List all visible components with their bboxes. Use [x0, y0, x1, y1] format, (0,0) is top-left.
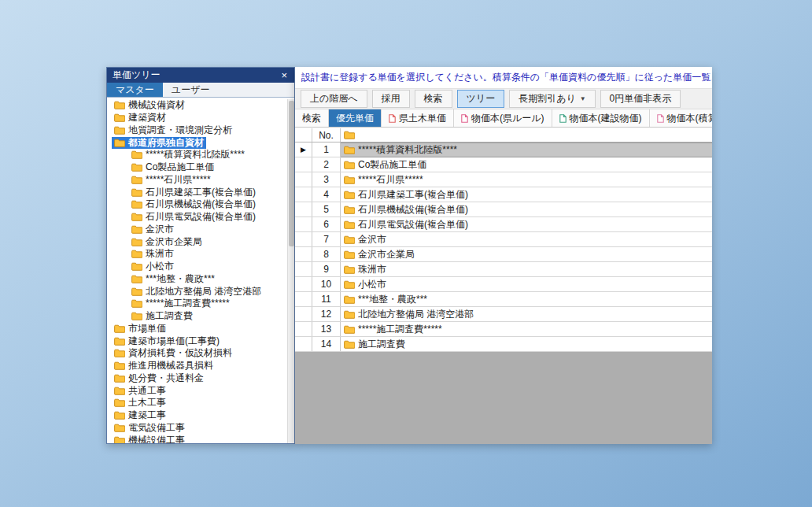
tree-item[interactable]: 推進用機械器具損料 — [107, 360, 287, 372]
row-content[interactable]: 施工調査費 — [341, 337, 712, 351]
toolbar-button[interactable]: 上の階層へ — [301, 90, 367, 108]
tree-item[interactable]: 金沢市企業局 — [107, 235, 287, 248]
document-icon — [389, 114, 396, 123]
row-selector-cell[interactable] — [295, 262, 312, 276]
table-row[interactable]: 5石川県機械設備(複合単価) — [295, 202, 712, 217]
tree-item[interactable]: ***地整・農政*** — [107, 273, 287, 286]
row-selector-cell[interactable] — [295, 247, 312, 261]
table-row[interactable]: 4石川県建築工事(複合単価) — [295, 187, 712, 202]
tree-item[interactable]: 市場単価 — [107, 323, 287, 335]
tree-item[interactable]: 処分費・共通料金 — [107, 372, 287, 385]
row-content[interactable]: *****石川県***** — [341, 172, 712, 187]
tree-item[interactable]: 北陸地方整備局 港湾空港部 — [107, 285, 287, 298]
toolbar-button[interactable]: 採用 — [372, 90, 410, 108]
tree-item[interactable]: 共通工事 — [107, 384, 287, 397]
tree-item[interactable]: 都道府県独自資材 — [107, 136, 287, 149]
row-selector-cell[interactable] — [295, 187, 312, 202]
table-row[interactable]: 7金沢市 — [295, 232, 712, 247]
table-row[interactable]: 6石川県電気設備(複合単価) — [295, 217, 712, 232]
tree-scrollbar[interactable] — [287, 99, 294, 443]
row-content[interactable]: 石川県建築工事(複合単価) — [341, 187, 712, 202]
row-content[interactable]: 金沢市 — [341, 232, 712, 246]
toolbar-button[interactable]: 検索 — [415, 90, 452, 108]
row-content[interactable]: 珠洲市 — [341, 262, 712, 276]
close-icon[interactable]: × — [279, 70, 289, 80]
table-row[interactable]: 9珠洲市 — [295, 262, 712, 277]
filter-tab[interactable]: 物価本(建設物価) — [552, 109, 650, 127]
filter-tab[interactable]: 優先単価 — [329, 109, 382, 127]
row-content[interactable]: 石川県機械設備(複合単価) — [341, 202, 712, 216]
row-content[interactable]: Co製品施工単価 — [341, 157, 712, 172]
table-row[interactable]: 13*****施工調査費***** — [295, 322, 712, 337]
table-row[interactable]: 2Co製品施工単価 — [295, 157, 712, 172]
tree-item[interactable]: Co製品施工単価 — [107, 161, 287, 174]
scrollbar-thumb[interactable] — [289, 101, 294, 246]
tab-user[interactable]: ユーザー — [163, 83, 219, 97]
folder-icon — [114, 337, 125, 346]
table-row[interactable]: 12北陸地方整備局 港湾空港部 — [295, 307, 712, 322]
table-row[interactable]: ▶1*****積算資料北陸版**** — [295, 142, 712, 157]
row-selector-cell[interactable] — [295, 337, 312, 351]
tree-item[interactable]: 小松市 — [107, 261, 287, 273]
tree-item[interactable]: 機械設備工事 — [107, 434, 287, 443]
row-selector-cell[interactable] — [295, 172, 312, 187]
row-selector-cell[interactable] — [295, 322, 312, 336]
tree-item[interactable]: 建築資材 — [107, 112, 287, 124]
folder-icon — [114, 374, 125, 383]
tree-item[interactable]: 資材損耗費・仮設材損料 — [107, 347, 287, 360]
table-header: No. — [295, 128, 712, 142]
tree-item[interactable]: 石川県電気設備(複合単価) — [107, 211, 287, 224]
tree-item[interactable]: 金沢市 — [107, 224, 287, 236]
row-content[interactable]: 金沢市企業局 — [341, 247, 712, 261]
folder-icon — [114, 139, 125, 147]
row-selector-cell[interactable] — [295, 217, 312, 231]
tree-item[interactable]: 建築市場単価(工事費) — [107, 335, 287, 347]
tree-item-label: 金沢市 — [146, 223, 174, 236]
row-content[interactable]: ***地整・農政*** — [341, 292, 712, 306]
row-content[interactable]: 小松市 — [341, 277, 712, 291]
desktop-background: 単価ツリー × マスターユーザー 機械設備資材建築資材地質調査・環境測定分析都道… — [0, 0, 812, 507]
tree-item[interactable]: *****石川県***** — [107, 174, 287, 187]
tree-item[interactable]: 建築工事 — [107, 409, 287, 422]
folder-icon — [344, 161, 355, 169]
tree-item[interactable]: 地質調査・環境測定分析 — [107, 124, 287, 137]
row-content[interactable]: 北陸地方整備局 港湾空港部 — [341, 307, 712, 321]
tree-item[interactable]: 電気設備工事 — [107, 422, 287, 435]
table-row[interactable]: 3*****石川県***** — [295, 172, 712, 187]
filter-tab-label: 物価本(建設物価) — [570, 112, 642, 125]
row-content[interactable]: *****施工調査費***** — [341, 322, 712, 336]
tree-item[interactable]: 施工調査費 — [107, 310, 287, 323]
unit-price-table: No. ▶1*****積算資料北陸版****2Co製品施工単価3*****石川県… — [295, 128, 712, 444]
tree-item[interactable]: *****施工調査費***** — [107, 298, 287, 310]
row-selector-cell[interactable] — [295, 292, 312, 306]
row-selector-cell[interactable] — [295, 232, 312, 246]
table-row[interactable]: 11***地整・農政*** — [295, 292, 712, 307]
tree-window-titlebar[interactable]: 単価ツリー × — [107, 68, 294, 83]
row-selector-cell[interactable]: ▶ — [295, 142, 312, 157]
tab-master[interactable]: マスター — [107, 83, 163, 97]
row-selector-cell[interactable] — [295, 202, 312, 216]
row-selector-cell[interactable] — [295, 157, 312, 172]
toolbar-button[interactable]: ツリー — [457, 90, 505, 108]
filter-tab[interactable]: 検索 — [295, 109, 329, 127]
toolbar-button[interactable]: 長期割引あり▼ — [509, 90, 595, 108]
tree-item[interactable]: *****積算資料北陸版**** — [107, 149, 287, 161]
tree-item[interactable]: 土木工事 — [107, 397, 287, 409]
table-row[interactable]: 8金沢市企業局 — [295, 247, 712, 262]
filter-tab[interactable]: 物価本(積算資料) — [650, 109, 712, 127]
row-selector-cell[interactable] — [295, 277, 312, 291]
filter-tab[interactable]: 県土木単価 — [382, 109, 454, 127]
row-content[interactable]: 石川県電気設備(複合単価) — [341, 217, 712, 231]
table-row[interactable]: 10小松市 — [295, 277, 712, 292]
row-content[interactable]: *****積算資料北陸版**** — [341, 142, 712, 157]
tree-item[interactable]: 石川県機械設備(複合単価) — [107, 198, 287, 211]
toolbar-button[interactable]: 0円単価非表示 — [600, 90, 681, 108]
tree-item-label: 小松市 — [146, 260, 174, 273]
tree-item[interactable]: 機械設備資材 — [107, 99, 287, 112]
table-row[interactable]: 14施工調査費 — [295, 337, 712, 352]
row-selector-cell[interactable] — [295, 307, 312, 321]
tree-item[interactable]: 珠洲市 — [107, 248, 287, 261]
tree-item[interactable]: 石川県建築工事(複合単価) — [107, 186, 287, 198]
filter-tab[interactable]: 物価本(県ルール) — [454, 109, 552, 127]
folder-icon — [131, 299, 142, 308]
